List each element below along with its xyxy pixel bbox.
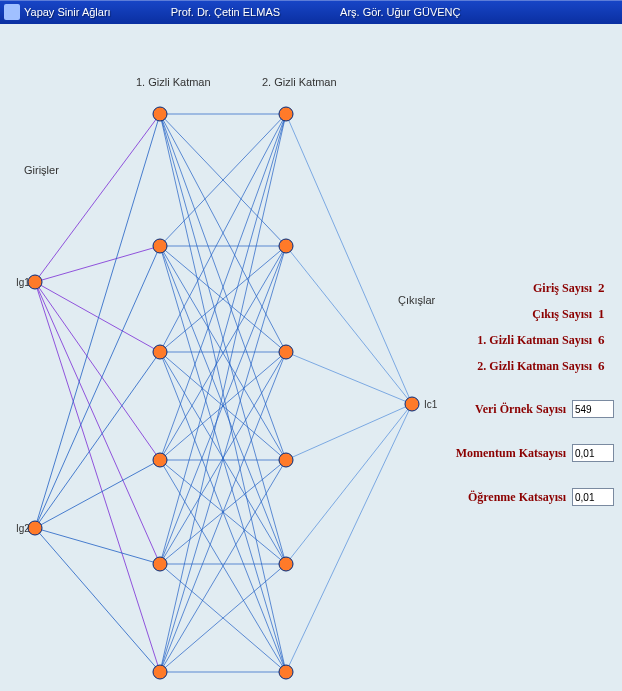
output-node-0 (405, 397, 419, 411)
hidden2-node-4 (279, 557, 293, 571)
param-value-input-count: 2 (598, 280, 614, 296)
param-row-learning-rate: Öğrenme Katsayısı (444, 488, 614, 506)
edge-h25-out0 (286, 404, 412, 672)
hidden1-node-1 (153, 239, 167, 253)
diagram-canvas: Girişler 1. Gizli Katman 2. Gizli Katman… (0, 24, 622, 691)
param-label-hidden2-count: 2. Gizli Katman Sayısı (444, 359, 598, 374)
param-row-hidden1-count: 1. Gizli Katman Sayısı 6 (444, 332, 614, 348)
param-label-momentum: Momentum Katsayısı (444, 446, 572, 461)
output-node-1-label: Ic1 (424, 399, 437, 410)
hidden2-node-5 (279, 665, 293, 679)
input-node-1-label: Ig1 (16, 277, 30, 288)
learning-rate-input[interactable] (572, 488, 614, 506)
author-secondary: Arş. Gör. Uğur GÜVENÇ (340, 6, 460, 18)
param-label-input-count: Giriş Sayısı (444, 281, 598, 296)
hidden2-node-0 (279, 107, 293, 121)
hidden2-node-2 (279, 345, 293, 359)
hidden1-node-3 (153, 453, 167, 467)
momentum-input[interactable] (572, 444, 614, 462)
edge-in1-h14 (35, 528, 160, 564)
edge-in0-h13 (35, 282, 160, 460)
input-node-1 (28, 521, 42, 535)
app-title: Yapay Sinir Ağları (24, 6, 111, 18)
param-label-learning-rate: Öğrenme Katsayısı (444, 490, 572, 505)
input-node-2-label: Ig2 (16, 523, 30, 534)
edge-in0-h11 (35, 246, 160, 282)
outputs-column-header: Çıkışlar (398, 294, 435, 306)
parameters-panel: Giriş Sayısı 2 Çıkış Sayısı 1 1. Gizli K… (444, 280, 614, 516)
param-row-sample-count: Veri Örnek Sayısı (444, 400, 614, 418)
edge-h20-out0 (286, 114, 412, 404)
param-label-hidden1-count: 1. Gizli Katman Sayısı (444, 333, 598, 348)
edge-in0-h10 (35, 114, 160, 282)
hidden1-column-header: 1. Gizli Katman (136, 76, 211, 88)
app-icon (4, 4, 20, 20)
edge-h23-out0 (286, 404, 412, 460)
hidden1-node-0 (153, 107, 167, 121)
edge-in1-h13 (35, 460, 160, 528)
hidden1-node-4 (153, 557, 167, 571)
edge-in0-h15 (35, 282, 160, 672)
hidden2-column-header: 2. Gizli Katman (262, 76, 337, 88)
edge-in1-h10 (35, 114, 160, 528)
edge-h21-out0 (286, 246, 412, 404)
param-row-hidden2-count: 2. Gizli Katman Sayısı 6 (444, 358, 614, 374)
edge-in1-h15 (35, 528, 160, 672)
edge-in1-h11 (35, 246, 160, 528)
param-label-output-count: Çıkış Sayısı (444, 307, 598, 322)
param-row-input-count: Giriş Sayısı 2 (444, 280, 614, 296)
input-node-0 (28, 275, 42, 289)
author-primary: Prof. Dr. Çetin ELMAS (171, 6, 280, 18)
edge-in1-h12 (35, 352, 160, 528)
param-row-output-count: Çıkış Sayısı 1 (444, 306, 614, 322)
param-row-momentum: Momentum Katsayısı (444, 444, 614, 462)
inputs-column-header: Girişler (24, 164, 59, 176)
edge-in0-h14 (35, 282, 160, 564)
edge-h24-out0 (286, 404, 412, 564)
param-value-hidden1-count: 6 (598, 332, 614, 348)
param-value-output-count: 1 (598, 306, 614, 322)
hidden2-node-1 (279, 239, 293, 253)
param-label-sample-count: Veri Örnek Sayısı (444, 402, 572, 417)
sample-count-input[interactable] (572, 400, 614, 418)
hidden2-node-3 (279, 453, 293, 467)
param-value-hidden2-count: 6 (598, 358, 614, 374)
window-titlebar: Yapay Sinir Ağları Prof. Dr. Çetin ELMAS… (0, 0, 622, 24)
hidden1-node-2 (153, 345, 167, 359)
hidden1-node-5 (153, 665, 167, 679)
